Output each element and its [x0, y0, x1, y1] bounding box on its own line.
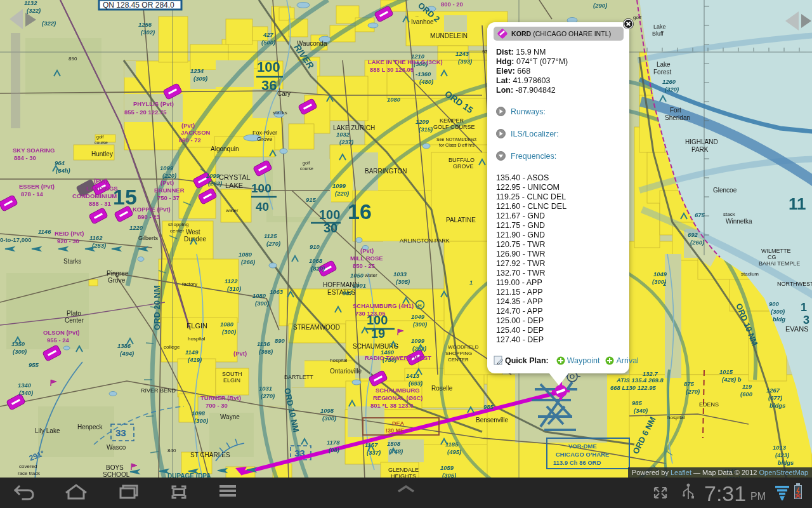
svg-text:LAKE IN THE HILLS (3CK): LAKE IN THE HILLS (3CK) [368, 58, 443, 65]
svg-text:EVANS: EVANS [785, 325, 808, 333]
svg-text:bldgs: bldgs [778, 459, 794, 466]
svg-text:BUFFALO: BUFFALO [449, 157, 475, 163]
svg-text:(300): (300) [194, 417, 208, 424]
svg-text:OLSON (Pvt): OLSON (Pvt) [43, 329, 80, 336]
svg-text:(480): (480) [419, 78, 433, 85]
svg-text:(494): (494) [120, 350, 134, 357]
svg-text:1098: 1098 [320, 407, 334, 414]
svg-text:water: water [225, 208, 239, 213]
svg-text:SHOPPING: SHOPPING [445, 351, 472, 356]
svg-text:SKY SOARING: SKY SOARING [13, 147, 55, 154]
svg-text:1136: 1136 [257, 340, 270, 347]
svg-text:840: 840 [167, 448, 176, 453]
svg-text:Grove: Grove [108, 277, 126, 284]
svg-text:PALATINE: PALATINE [446, 217, 476, 224]
svg-text:Lily Lake: Lily Lake [35, 427, 60, 434]
svg-text:(266): (266) [241, 258, 255, 265]
svg-text:1099: 1099 [160, 164, 174, 171]
svg-text:700 - 30: 700 - 30 [206, 402, 228, 409]
svg-text:GLENDALE: GLENDALE [388, 467, 419, 473]
svg-text:CG: CG [768, 254, 776, 260]
svg-text:HIGHLAND: HIGHLAND [685, 138, 718, 145]
svg-text:JACKSON: JACKSON [181, 129, 211, 136]
svg-text:hospital: hospital [667, 415, 685, 420]
svg-text:(322): (322) [42, 20, 56, 27]
svg-text:(300): (300) [413, 321, 427, 328]
svg-text:Glencoe: Glencoe [713, 187, 737, 194]
svg-text:H: H [418, 303, 422, 309]
svg-text:1: 1 [469, 279, 473, 286]
svg-text:(500): (500) [261, 39, 275, 46]
svg-text:Mundelein: Mundelein [416, 17, 419, 17]
svg-text:VOR-DME: VOR-DME [568, 443, 597, 450]
svg-text:bldg: bldg [773, 316, 785, 323]
svg-text:1001: 1001 [353, 282, 366, 289]
svg-text:1050: 1050 [350, 272, 364, 279]
svg-text:(423): (423) [775, 451, 789, 458]
svg-text:Starks: Starks [63, 258, 81, 265]
svg-text:890 - 23: 890 - 23 [138, 213, 160, 220]
svg-text:PHYLLIS (Pvt): PHYLLIS (Pvt) [133, 100, 174, 107]
svg-text:-1360: -1360 [416, 70, 431, 77]
svg-text:36: 36 [261, 77, 277, 93]
svg-text:center: center [170, 228, 185, 234]
svg-text:(300): (300) [222, 328, 236, 335]
svg-text:PM: PM [750, 491, 766, 502]
svg-text:(253): (253) [92, 242, 106, 249]
svg-text:1099: 1099 [411, 337, 425, 344]
svg-text:Pingree: Pingree [107, 270, 129, 277]
svg-text:855 - 20 122.75: 855 - 20 122.75 [124, 109, 167, 116]
svg-text:bldgs: bldgs [769, 402, 785, 409]
svg-text:golf: golf [633, 15, 642, 20]
svg-text:915: 915 [306, 196, 317, 203]
svg-text:3: 3 [803, 314, 809, 326]
svg-text:shopping: shopping [168, 222, 188, 227]
svg-text:900: 900 [769, 300, 780, 307]
svg-text:BARTLETT: BARTLETT [284, 374, 313, 380]
svg-text:ELGIN: ELGIN [223, 377, 240, 384]
svg-text:(300): (300) [255, 300, 269, 307]
svg-text:1234: 1234 [190, 67, 204, 74]
svg-text:(820): (820) [311, 265, 325, 272]
svg-text:100: 100 [251, 182, 272, 195]
svg-text:955 - 24: 955 - 24 [47, 337, 70, 344]
svg-text:(340): (340) [19, 389, 33, 396]
svg-text:1080: 1080 [239, 251, 252, 258]
svg-text:890: 890 [275, 337, 285, 344]
svg-text:801 *L 38 123.0: 801 *L 38 123.0 [370, 402, 413, 409]
svg-text:Fox-River: Fox-River [252, 130, 277, 136]
svg-text:1: 1 [801, 301, 807, 314]
svg-text:Bensenville: Bensenville [476, 417, 509, 424]
svg-text:hospital: hospital [188, 336, 206, 342]
svg-text:(310): (310) [227, 285, 241, 292]
svg-text:See NOTAMs/Direct: See NOTAMs/Direct [436, 137, 476, 142]
svg-text:Forest: Forest [653, 69, 672, 76]
svg-text:884 - 30: 884 - 30 [14, 154, 36, 161]
svg-text:(220): (220) [335, 190, 349, 197]
svg-text:(220): (220) [162, 172, 176, 179]
svg-text:(Pvt): (Pvt) [360, 247, 374, 254]
svg-text:1125: 1125 [264, 232, 277, 239]
svg-text:100: 100 [319, 208, 340, 222]
svg-text:PARK: PARK [691, 146, 709, 153]
svg-text:CONDOMINIUM: CONDOMINIUM [72, 192, 117, 199]
svg-text:WILMETTE: WILMETTE [761, 248, 791, 254]
svg-text:STREAMWOOD: STREAMWOOD [293, 324, 340, 331]
svg-text:1267: 1267 [766, 387, 780, 394]
svg-text:967: 967 [343, 290, 353, 297]
svg-text:1015: 1015 [719, 368, 733, 375]
svg-text:WOODFIELD: WOODFIELD [448, 344, 479, 350]
svg-text:(300): (300) [771, 308, 785, 315]
svg-text:1049: 1049 [653, 271, 667, 277]
svg-text:910: 910 [310, 243, 320, 250]
svg-text:Bluff: Bluff [652, 30, 664, 37]
svg-text:course: course [95, 140, 108, 145]
svg-text:West: West [186, 229, 200, 236]
svg-text:0-to-17,000: 0-to-17,000 [0, 236, 32, 243]
svg-text:hospital: hospital [330, 358, 348, 363]
svg-text:675: 675 [695, 211, 705, 218]
svg-text:KEMPER: KEMPER [440, 117, 464, 124]
svg-text:Gilberts: Gilberts [138, 235, 159, 241]
svg-text:(270): (270) [266, 240, 280, 247]
svg-text:Sheridan: Sheridan [665, 114, 690, 121]
